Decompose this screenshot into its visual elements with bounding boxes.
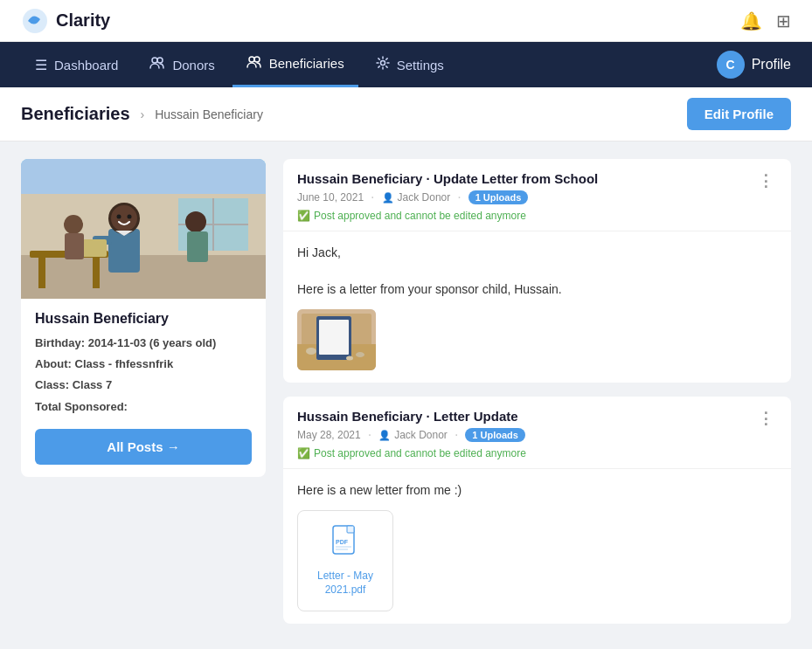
- post-image-1: [297, 309, 376, 370]
- post-user-1: 👤 Jack Donor: [382, 191, 451, 204]
- pdf-attachment[interactable]: PDF Letter - May 2021.pdf: [297, 510, 393, 611]
- svg-point-17: [111, 205, 137, 231]
- grid-icon[interactable]: ⊞: [776, 10, 791, 31]
- svg-rect-13: [38, 258, 45, 288]
- svg-text:PDF: PDF: [336, 539, 349, 545]
- svg-rect-8: [21, 255, 266, 299]
- svg-point-22: [185, 211, 206, 232]
- svg-rect-36: [347, 526, 354, 533]
- nav-beneficiaries[interactable]: Beneficiaries: [232, 42, 358, 87]
- profile-birthday: Birthday: 2014-11-03 (6 years old): [35, 335, 252, 351]
- post-date-2: May 28, 2021: [297, 429, 361, 441]
- svg-point-1: [152, 58, 157, 63]
- post-image-svg-1: [297, 309, 376, 370]
- svg-point-34: [346, 356, 353, 361]
- page-header: Beneficiaries › Hussain Beneficiary Edit…: [0, 87, 812, 142]
- post-sub-1: June 10, 2021 · 👤 Jack Donor · 1 Uploads: [297, 190, 754, 205]
- right-panel: Hussain Beneficiary · Update Letter from…: [283, 159, 791, 624]
- profile-name: Hussain Beneficiary: [35, 311, 252, 327]
- topbar: Clarity 🔔 ⊞: [0, 0, 812, 42]
- post-title-1: Hussain Beneficiary · Update Letter from…: [297, 171, 754, 186]
- svg-rect-14: [93, 258, 100, 288]
- dashboard-icon: ☰: [35, 57, 47, 73]
- svg-rect-21: [80, 239, 107, 257]
- bell-icon[interactable]: 🔔: [740, 10, 762, 31]
- uploads-badge-2: 1 Uploads: [465, 428, 525, 442]
- svg-point-24: [64, 215, 83, 234]
- post-more-2[interactable]: ⋮: [754, 409, 777, 428]
- left-panel: Hussain Beneficiary Birthday: 2014-11-03…: [21, 159, 266, 624]
- logo-icon: [21, 7, 49, 35]
- profile-button[interactable]: C Profile: [717, 51, 791, 79]
- post-header-2: Hussain Beneficiary · Letter Update May …: [283, 397, 791, 468]
- pdf-file-icon: PDF: [332, 525, 358, 556]
- svg-point-33: [356, 352, 364, 357]
- breadcrumb-sub: Hussain Beneficiary: [155, 107, 263, 121]
- profile-info: Hussain Beneficiary Birthday: 2014-11-03…: [21, 299, 266, 477]
- svg-point-19: [128, 215, 132, 219]
- svg-point-4: [254, 57, 260, 62]
- user-icon-1: 👤: [382, 192, 394, 204]
- post-user-2: 👤 Jack Donor: [378, 429, 448, 441]
- profile-photo: [21, 159, 266, 299]
- post-text-1: Hi Jack,Here is a letter from your spons…: [297, 244, 777, 299]
- photo-svg: [21, 159, 266, 299]
- user-icon-2: 👤: [378, 430, 391, 441]
- edit-profile-button[interactable]: Edit Profile: [687, 98, 791, 130]
- svg-rect-23: [187, 231, 208, 262]
- svg-rect-25: [65, 233, 84, 259]
- post-sub-2: May 28, 2021 · 👤 Jack Donor · 1 Uploads: [297, 427, 754, 443]
- post-meta-1: Hussain Beneficiary · Update Letter from…: [297, 171, 754, 222]
- post-approved-1: ✅ Post approved and cannot be edited any…: [297, 210, 754, 222]
- nav-links: ☰ Dashboard Donors Beneficiaries Setting…: [21, 42, 458, 87]
- nav-settings[interactable]: Settings: [362, 42, 458, 87]
- pdf-name: Letter - May 2021.pdf: [309, 570, 382, 597]
- check-icon-2: ✅: [297, 447, 310, 459]
- check-icon-1: ✅: [297, 210, 310, 222]
- topbar-right: 🔔 ⊞: [740, 10, 791, 31]
- post-meta-2: Hussain Beneficiary · Letter Update May …: [297, 409, 754, 459]
- svg-point-32: [306, 348, 316, 355]
- beneficiaries-icon: [246, 56, 262, 72]
- post-text-2: Here is a new letter from me :): [297, 481, 777, 500]
- svg-point-2: [157, 58, 163, 63]
- main-content: Hussain Beneficiary Birthday: 2014-11-03…: [0, 142, 812, 641]
- post-approved-2: ✅ Post approved and cannot be edited any…: [297, 447, 754, 459]
- profile-class: Class: Class 7: [35, 377, 252, 393]
- post-body-2: Here is a new letter from me :) PDF Lett…: [283, 469, 791, 624]
- post-more-1[interactable]: ⋮: [754, 171, 777, 190]
- svg-rect-31: [319, 320, 349, 355]
- profile-total-sponsored: Total Sponsored:: [35, 399, 252, 415]
- logo[interactable]: Clarity: [21, 7, 110, 35]
- pdf-icon: PDF: [332, 525, 358, 563]
- navbar: ☰ Dashboard Donors Beneficiaries Setting…: [0, 42, 812, 87]
- svg-point-5: [380, 61, 385, 66]
- page-title: Beneficiaries: [21, 104, 130, 124]
- nav-donors[interactable]: Donors: [135, 42, 228, 87]
- uploads-badge-1: 1 Uploads: [468, 190, 529, 204]
- nav-dashboard[interactable]: ☰ Dashboard: [21, 42, 132, 87]
- svg-point-3: [249, 57, 254, 62]
- breadcrumb-separator: ›: [141, 107, 145, 121]
- svg-point-18: [117, 215, 121, 219]
- all-posts-button[interactable]: All Posts →: [35, 429, 252, 465]
- post-title-2: Hussain Beneficiary · Letter Update: [297, 409, 754, 424]
- profile-avatar: C: [717, 51, 745, 79]
- breadcrumb: Beneficiaries › Hussain Beneficiary: [21, 104, 263, 124]
- post-date-1: June 10, 2021: [297, 191, 364, 204]
- settings-icon: [376, 56, 390, 73]
- post-header-1: Hussain Beneficiary · Update Letter from…: [283, 159, 791, 231]
- post-card-2: Hussain Beneficiary · Letter Update May …: [283, 397, 791, 624]
- post-body-1: Hi Jack,Here is a letter from your spons…: [283, 231, 791, 383]
- donors-icon: [149, 57, 165, 72]
- profile-about: About: Class - fhfessnfrik: [35, 356, 252, 372]
- post-card-1: Hussain Beneficiary · Update Letter from…: [283, 159, 791, 383]
